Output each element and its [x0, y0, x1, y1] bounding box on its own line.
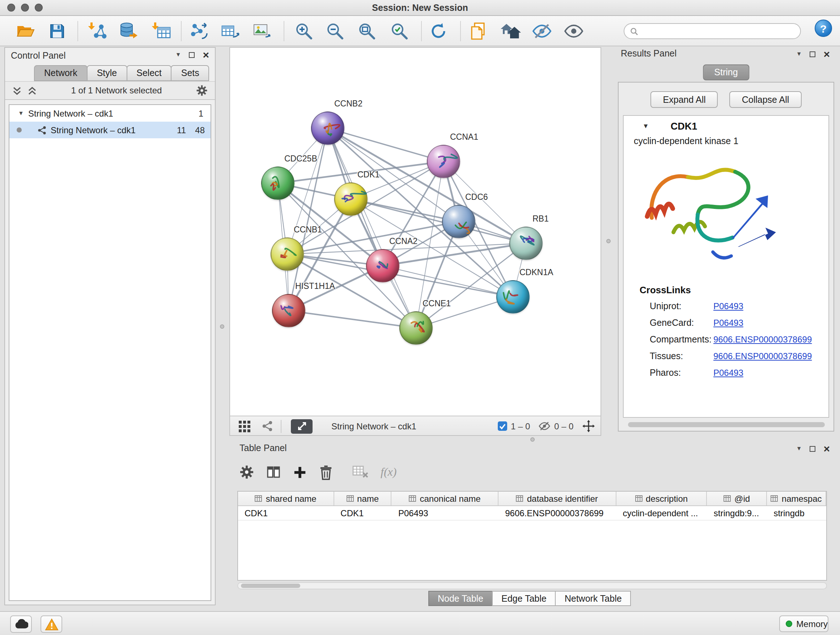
hide-selected-button[interactable] [530, 19, 554, 43]
column-header-canonical-name[interactable]: canonical name [392, 492, 499, 505]
warnings-button[interactable] [41, 616, 62, 633]
table-cell[interactable]: stringdb [767, 506, 826, 520]
export-network-button[interactable] [187, 19, 211, 43]
tab-node-table[interactable]: Node Table [428, 591, 493, 606]
network-canvas[interactable]: CCNB2CCNA1CDC25BCDK1CDC6RB1CCNB1CCNA2CDK… [230, 48, 600, 416]
network-node-hist1h1a[interactable] [272, 294, 305, 327]
import-network-file-button[interactable] [85, 19, 110, 43]
add-column-icon[interactable] [293, 465, 307, 479]
network-node-ccna1[interactable] [427, 145, 460, 178]
function-builder-icon[interactable]: f(x) [381, 466, 396, 478]
network-node-ccne1[interactable] [399, 311, 433, 345]
network-node-cdkn1a[interactable] [496, 280, 530, 314]
search-input[interactable] [642, 25, 800, 37]
results-panel-close-icon[interactable]: × [823, 51, 830, 58]
collapse-all-button[interactable]: Collapse All [729, 91, 802, 108]
crosslink-link[interactable]: P06493 [714, 301, 744, 311]
network-node-cdc25b[interactable] [261, 166, 294, 200]
control-panel-float-icon[interactable]: ▼ [175, 52, 181, 58]
network-node-cdk1[interactable] [334, 182, 368, 216]
right-splitter-handle[interactable] [606, 239, 611, 243]
column-header-name[interactable]: name [334, 492, 392, 505]
network-node-cdc6[interactable] [442, 205, 475, 238]
expand-all-button[interactable]: Expand All [651, 91, 718, 108]
crosslink-row: Uniprot:P06493 [624, 298, 829, 315]
apply-layout-button[interactable] [426, 19, 451, 43]
table-panel-float-icon[interactable]: ▼ [796, 446, 802, 452]
import-table-button[interactable] [149, 19, 174, 43]
column-header-namespac[interactable]: namespac [767, 492, 826, 505]
copy-document-button[interactable] [466, 19, 491, 43]
tree-caret-icon[interactable]: ▼ [18, 111, 28, 116]
pan-mode-button[interactable] [583, 416, 595, 436]
zoom-fit-button[interactable] [355, 19, 379, 43]
collapse-all-icon[interactable] [12, 87, 22, 95]
left-splitter-handle[interactable] [220, 325, 224, 329]
table-cell[interactable]: P06493 [392, 506, 499, 520]
zoom-selected-button[interactable] [387, 19, 412, 43]
control-panel-close-icon[interactable]: × [202, 51, 209, 59]
tab-edge-table[interactable]: Edge Table [492, 591, 556, 606]
search-field[interactable] [624, 23, 801, 39]
tab-network[interactable]: Network [34, 65, 88, 81]
crosslink-link[interactable]: 9606.ENSP00000378699 [714, 334, 812, 345]
gear-icon[interactable] [196, 85, 208, 96]
network-node-ccnb1[interactable] [271, 238, 304, 271]
results-scrollbar[interactable] [628, 422, 824, 427]
tab-sets[interactable]: Sets [171, 65, 210, 81]
tab-network-table[interactable]: Network Table [555, 591, 631, 606]
node-label-cdkn1a: CDKN1A [519, 268, 553, 277]
table-cell[interactable]: cyclin-dependent ... [616, 506, 707, 520]
table-cell[interactable]: 9606.ENSP00000378699 [499, 506, 616, 520]
column-header-database-identifier[interactable]: database identifier [499, 492, 616, 505]
network-node-rb1[interactable] [509, 226, 543, 260]
tab-style[interactable]: Style [87, 65, 127, 81]
crosslink-link[interactable]: P06493 [714, 368, 744, 378]
scrollbar-thumb[interactable] [241, 584, 300, 588]
network-node-ccnb2[interactable] [311, 111, 344, 145]
results-panel-float-icon[interactable]: ▼ [796, 51, 802, 57]
control-panel-maximize-icon[interactable] [189, 52, 195, 58]
table-panel-close-icon[interactable]: × [823, 445, 830, 453]
delete-column-trash-icon[interactable] [319, 464, 333, 480]
table-settings-gear-icon[interactable] [240, 465, 254, 479]
crosslink-link[interactable]: P06493 [714, 318, 744, 328]
expand-all-icon[interactable] [27, 87, 37, 95]
table-cell[interactable]: CDK1 [238, 506, 334, 520]
zoom-in-button[interactable] [292, 19, 316, 43]
cloud-status-button[interactable] [10, 616, 32, 633]
column-header-description[interactable]: description [616, 492, 707, 505]
help-button[interactable]: ? [815, 19, 832, 37]
column-header--id[interactable]: @id [707, 492, 767, 505]
table-cell[interactable]: CDK1 [334, 506, 392, 520]
open-session-button[interactable] [13, 19, 38, 43]
network-list-button[interactable] [262, 416, 273, 436]
results-panel-maximize-icon[interactable] [810, 51, 815, 57]
save-session-button[interactable] [45, 19, 69, 43]
show-graphics-details-button[interactable] [561, 19, 586, 43]
table-panel-maximize-icon[interactable] [810, 446, 815, 452]
show-columns-icon[interactable] [266, 465, 281, 479]
crosslink-link[interactable]: 9606.ENSP00000378699 [714, 351, 812, 361]
zoom-out-button[interactable] [323, 19, 347, 43]
import-network-database-button[interactable] [117, 19, 141, 43]
table-row[interactable]: CDK1CDK1P064939606.ENSP00000378699cyclin… [238, 506, 826, 521]
column-header-shared-name[interactable]: shared name [238, 492, 334, 505]
home-button[interactable] [499, 19, 523, 43]
table-horizontal-scrollbar[interactable] [237, 582, 827, 589]
network-row[interactable]: String Network – cdk1 11 48 [9, 122, 210, 138]
export-image-button[interactable] [249, 19, 274, 43]
bottom-splitter-handle[interactable] [531, 437, 535, 442]
tab-string[interactable]: String [703, 65, 749, 80]
grid-view-button[interactable] [239, 416, 250, 436]
network-collection-row[interactable]: ▼ String Network – cdk1 1 [9, 105, 210, 122]
network-node-ccna2[interactable] [366, 249, 399, 282]
gene-collapse-icon[interactable]: ▼ [643, 122, 649, 130]
tab-select[interactable]: Select [126, 65, 172, 81]
birdseye-view-button[interactable] [291, 416, 313, 436]
delete-table-icon[interactable] [352, 466, 368, 478]
export-table-button[interactable] [218, 19, 242, 43]
checkbox-icon[interactable] [498, 421, 507, 431]
table-cell[interactable]: stringdb:9... [707, 506, 767, 520]
memory-button[interactable]: Memory [779, 616, 829, 632]
